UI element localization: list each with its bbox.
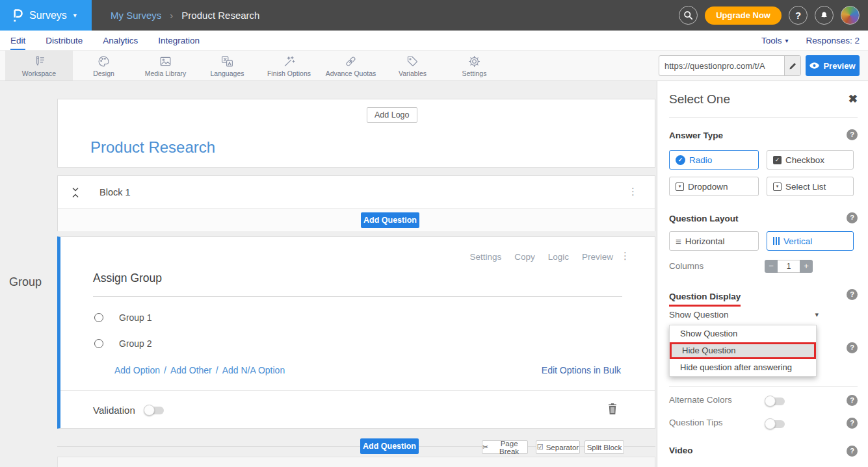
question-footer-divider	[60, 390, 655, 391]
video-help-icon[interactable]: ?	[847, 446, 858, 457]
menu-item-hide-question[interactable]: Hide Question	[670, 342, 816, 359]
search-icon	[683, 10, 693, 20]
question-menu-icon[interactable]: ⋮	[620, 251, 630, 260]
answer-type-help-icon[interactable]: ?	[847, 129, 858, 140]
question-display-select[interactable]: Show Question ▾	[669, 310, 819, 320]
hidden-setting-help-icon[interactable]: ?	[847, 342, 858, 353]
help-button[interactable]: ?	[789, 6, 808, 25]
product-menu[interactable]: Surveys ▾	[0, 0, 92, 31]
tools-menu[interactable]: Tools ▾	[761, 36, 789, 45]
breadcrumb-current: Product Research	[181, 10, 259, 21]
top-bar: Surveys ▾ My Surveys › Product Research …	[0, 0, 868, 31]
chevron-down-icon: ▾	[73, 12, 77, 19]
question-settings-link[interactable]: Settings	[469, 252, 501, 262]
add-other-link[interactable]: Add Other	[170, 365, 212, 375]
option-links: Add Option / Add Other / Add N/A Option	[114, 365, 285, 375]
tag-icon	[406, 55, 419, 68]
survey-nav-bar: Edit Distribute Analytics Integration To…	[0, 31, 868, 51]
menu-item-hide-after-answering[interactable]: Hide question after answering	[670, 359, 816, 376]
preview-button[interactable]: Preview	[806, 55, 860, 76]
answer-type-select-list-button[interactable]: ▾ Select List	[767, 177, 854, 196]
question-copy-link[interactable]: Copy	[514, 252, 535, 262]
add-na-option-link[interactable]: Add N/A Option	[222, 365, 285, 375]
survey-url-input[interactable]	[659, 56, 784, 75]
block-header: Block 1 ⋮	[58, 176, 655, 209]
edit-url-button[interactable]	[784, 56, 800, 75]
product-menu-label: Surveys	[29, 10, 67, 21]
question-title[interactable]: Assign Group	[93, 271, 162, 285]
collapse-block-icon[interactable]	[72, 187, 79, 201]
gear-icon	[467, 55, 481, 68]
tab-distribute[interactable]: Distribute	[46, 31, 83, 50]
block-add-question-strip: Add Question	[58, 209, 655, 231]
layout-option-label: Vertical	[783, 236, 812, 246]
delete-question-button[interactable]	[608, 403, 617, 417]
toolbar-tab-label: Variables	[399, 69, 427, 77]
split-block-button[interactable]: Split Block	[585, 440, 624, 454]
option-label[interactable]: Group 1	[119, 312, 152, 323]
block-menu-icon[interactable]: ⋮	[628, 186, 638, 196]
breadcrumb-my-surveys[interactable]: My Surveys	[111, 10, 161, 21]
toolbar-tab-design[interactable]: Design	[73, 51, 135, 81]
survey-title[interactable]: Product Research	[90, 138, 215, 157]
question-preview-link[interactable]: Preview	[582, 252, 613, 262]
answer-type-dropdown-button[interactable]: ▾ Dropdown	[669, 177, 759, 196]
add-question-button[interactable]: Add Question	[361, 212, 419, 228]
page-break-button[interactable]: ✂ Page Break	[482, 440, 528, 454]
layout-horizontal-button[interactable]: ≡ Horizontal	[669, 231, 759, 251]
toolbar-tab-workspace[interactable]: Workspace	[5, 51, 73, 81]
separator-button[interactable]: ☑ Separator	[536, 440, 580, 454]
block-title[interactable]: Block 1	[99, 187, 131, 197]
add-logo-button[interactable]: Add Logo	[367, 107, 417, 123]
option-label[interactable]: Group 2	[119, 338, 152, 349]
question-tips-label: Question Tips	[669, 418, 723, 427]
alternate-colors-label: Alternate Colors	[669, 395, 732, 405]
answer-type-checkbox-button[interactable]: ✓ Checkbox	[767, 150, 854, 170]
radio-button[interactable]	[94, 339, 103, 348]
survey-url-box	[659, 55, 801, 76]
toolbar-tab-finish-options[interactable]: Finish Options	[258, 51, 320, 81]
question-tips-help-icon[interactable]: ?	[847, 418, 858, 429]
toolbar-tab-variables[interactable]: Variables	[382, 51, 443, 81]
question-layout-help-icon[interactable]: ?	[847, 212, 858, 223]
question-display-help-icon[interactable]: ?	[847, 289, 858, 300]
separator-label: Separator	[546, 444, 579, 451]
question-tips-toggle[interactable]	[765, 420, 785, 428]
upgrade-now-button[interactable]: Upgrade Now	[705, 6, 782, 25]
tab-edit[interactable]: Edit	[10, 31, 25, 50]
trash-icon	[608, 403, 617, 414]
columns-increment-button[interactable]: +	[800, 260, 813, 273]
add-option-link[interactable]: Add Option	[114, 365, 160, 375]
validation-toggle[interactable]	[144, 407, 164, 414]
layout-vertical-button[interactable]: Vertical	[767, 231, 854, 251]
answer-type-radio-button[interactable]: ✓ Radio	[669, 150, 759, 170]
alternate-colors-toggle[interactable]	[765, 398, 785, 405]
search-button[interactable]	[679, 6, 698, 25]
vertical-bars-icon	[773, 237, 780, 245]
columns-value-input[interactable]	[778, 260, 800, 273]
notifications-button[interactable]	[815, 6, 834, 25]
pencil-icon	[789, 62, 797, 70]
responses-count[interactable]: Responses: 2	[806, 36, 860, 45]
question-logic-link[interactable]: Logic	[548, 252, 569, 262]
chevron-down-icon: ▾	[815, 310, 819, 319]
columns-decrement-button[interactable]: −	[765, 260, 778, 273]
add-question-button-bottom[interactable]: Add Question	[360, 438, 419, 454]
edit-options-in-bulk-link[interactable]: Edit Options in Bulk	[542, 365, 621, 375]
toolbar-tab-media-library[interactable]: Media Library	[135, 51, 196, 81]
toolbar-tab-languages[interactable]: Languages	[196, 51, 258, 81]
tab-analytics[interactable]: Analytics	[103, 31, 138, 50]
toolbar-tab-settings[interactable]: Settings	[443, 51, 505, 81]
next-block-edge	[57, 457, 655, 467]
toolbar-tab-label: Design	[93, 69, 114, 77]
toolbar-tab-advance-quotas[interactable]: Advance Quotas	[320, 51, 382, 81]
menu-item-show-question[interactable]: Show Question	[670, 325, 816, 342]
editor-toolbar: Workspace Design Media Library Languages…	[0, 51, 868, 81]
tab-integration[interactable]: Integration	[158, 31, 200, 50]
radio-button[interactable]	[94, 313, 103, 322]
avatar[interactable]	[841, 6, 860, 25]
toolbar-tab-label: Languages	[211, 69, 244, 77]
alternate-colors-help-icon[interactable]: ?	[847, 395, 858, 406]
translate-icon	[220, 55, 234, 68]
close-icon[interactable]: ✖	[848, 92, 858, 106]
